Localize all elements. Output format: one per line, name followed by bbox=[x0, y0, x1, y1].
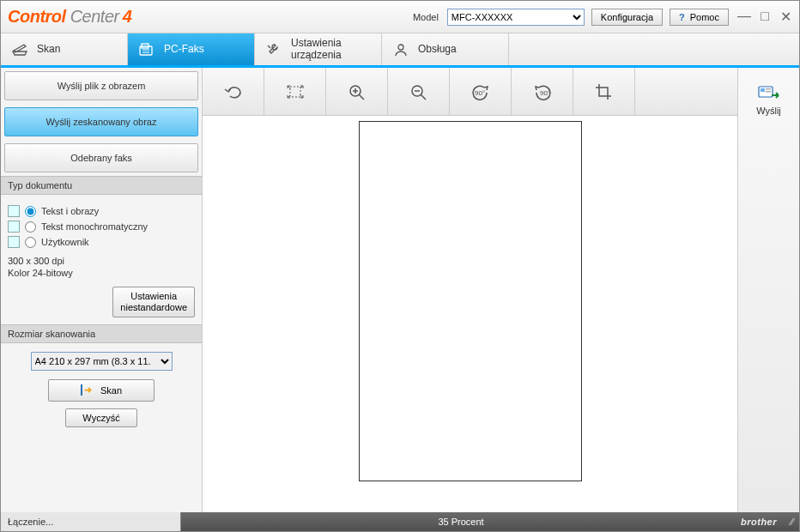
logo-brand-1: Control bbox=[8, 7, 66, 26]
help-button[interactable]: ? Pomoc bbox=[670, 9, 729, 26]
tab-device-settings-label: Ustawienia urządzenia bbox=[291, 38, 342, 60]
rotate-ccw-button[interactable]: 90° bbox=[450, 68, 512, 115]
svg-rect-17 bbox=[766, 88, 771, 90]
send-button-label: Wyślij bbox=[756, 106, 781, 116]
svg-line-7 bbox=[359, 94, 364, 100]
main-tabs: Skan PC-Faks Ustawienia urządzenia Obsłu… bbox=[1, 33, 799, 68]
scan-button[interactable]: ➜ Skan bbox=[48, 379, 155, 402]
doctype-mono-label: Tekst monochromatyczny bbox=[41, 221, 148, 232]
svg-text:90°: 90° bbox=[475, 89, 485, 97]
mode-received-fax[interactable]: Odebrany faks bbox=[4, 143, 198, 172]
document-type-options: Tekst i obrazy Tekst monochromatyczny Uż… bbox=[1, 195, 202, 255]
sidebar: Wyślij plik z obrazem Wyślij zeskanowany… bbox=[1, 68, 203, 512]
scanner-icon bbox=[11, 42, 28, 57]
crop-button[interactable] bbox=[573, 68, 635, 115]
clear-button[interactable]: Wyczyść bbox=[65, 408, 137, 427]
svg-rect-16 bbox=[761, 88, 765, 92]
svg-text:90°: 90° bbox=[540, 89, 550, 97]
doc-icon bbox=[8, 236, 20, 248]
rotate-cw-button[interactable]: 90° bbox=[512, 68, 573, 115]
tab-skan[interactable]: Skan bbox=[1, 33, 128, 65]
resolution-text: 300 x 300 dpi bbox=[8, 255, 195, 267]
preview-area[interactable] bbox=[203, 116, 737, 512]
app-window: Control Center4 Model MFC-XXXXXX Konfigu… bbox=[0, 0, 800, 532]
model-select[interactable]: MFC-XXXXXX bbox=[447, 9, 585, 26]
minimize-button[interactable]: — bbox=[737, 9, 751, 25]
tab-support-label: Obsługa bbox=[418, 44, 457, 55]
color-depth-text: Kolor 24-bitowy bbox=[8, 267, 195, 279]
radio-mono[interactable] bbox=[25, 221, 36, 233]
brand-logo: brother bbox=[741, 517, 777, 527]
fit-screen-button[interactable] bbox=[264, 68, 326, 115]
scan-arrow-icon: ➜ bbox=[81, 384, 92, 396]
section-scan-size: Rozmiar skanowania bbox=[1, 324, 202, 343]
help-label: Pomoc bbox=[690, 12, 719, 22]
resize-grip[interactable]: /// bbox=[784, 512, 799, 531]
preview-toolbar: 90° 90° bbox=[203, 68, 737, 116]
doc-icon bbox=[8, 221, 20, 233]
preview-page[interactable] bbox=[359, 121, 582, 481]
radio-text-images[interactable] bbox=[25, 206, 36, 217]
svg-rect-18 bbox=[766, 91, 771, 93]
scan-size-select[interactable]: A4 210 x 297 mm (8.3 x 11. bbox=[31, 352, 173, 371]
status-left: Łączenie... bbox=[1, 512, 181, 531]
svg-point-4 bbox=[398, 45, 403, 50]
zoom-out-button[interactable] bbox=[388, 68, 450, 115]
logo-brand-2: Center bbox=[66, 7, 119, 26]
right-panel: Wyślij bbox=[737, 68, 799, 512]
tools-icon bbox=[265, 42, 282, 57]
tab-pcfax-label: PC-Faks bbox=[164, 44, 204, 55]
undo-button[interactable] bbox=[203, 68, 264, 115]
mode-send-scanned-image[interactable]: Wyślij zeskanowany obraz bbox=[4, 107, 198, 136]
config-button[interactable]: Konfiguracja bbox=[591, 9, 663, 26]
send-icon bbox=[757, 83, 781, 102]
person-icon bbox=[392, 42, 409, 57]
fax-icon bbox=[138, 42, 155, 57]
svg-rect-5 bbox=[290, 87, 300, 97]
tab-device-settings[interactable]: Ustawienia urządzenia bbox=[255, 33, 382, 65]
tab-support[interactable]: Obsługa bbox=[382, 33, 509, 65]
scan-button-label: Skan bbox=[100, 385, 122, 396]
custom-settings-button[interactable]: Ustawienia niestandardowe bbox=[112, 287, 195, 317]
doctype-mono[interactable]: Tekst monochromatyczny bbox=[8, 221, 195, 233]
close-button[interactable]: ✕ bbox=[779, 9, 792, 25]
status-bar: Łączenie... 35 Procent brother /// bbox=[1, 512, 799, 531]
app-logo: Control Center4 bbox=[8, 7, 131, 27]
tab-pcfax[interactable]: PC-Faks bbox=[128, 33, 255, 65]
doctype-user-label: Użytkownik bbox=[41, 237, 89, 247]
center-panel: 90° 90° bbox=[203, 68, 737, 512]
section-document-type: Typ dokumentu bbox=[1, 176, 202, 195]
doc-icon bbox=[8, 205, 20, 217]
doctype-user[interactable]: Użytkownik bbox=[8, 236, 195, 248]
logo-num: 4 bbox=[123, 7, 132, 26]
tab-skan-label: Skan bbox=[37, 44, 60, 55]
doctype-text-images[interactable]: Tekst i obrazy bbox=[8, 205, 195, 217]
model-label: Model bbox=[413, 12, 439, 22]
titlebar: Control Center4 Model MFC-XXXXXX Konfigu… bbox=[1, 1, 799, 33]
zoom-in-button[interactable] bbox=[326, 68, 388, 115]
svg-line-11 bbox=[421, 94, 426, 100]
main-area: Wyślij plik z obrazem Wyślij zeskanowany… bbox=[1, 68, 799, 512]
doctype-text-images-label: Tekst i obrazy bbox=[41, 206, 99, 216]
maximize-button[interactable]: □ bbox=[758, 9, 772, 25]
scan-size-panel: A4 210 x 297 mm (8.3 x 11. ➜ Skan Wyczyś… bbox=[1, 343, 202, 436]
send-button[interactable]: Wyślij bbox=[743, 75, 795, 124]
status-center: 35 Procent bbox=[181, 517, 741, 527]
help-icon: ? bbox=[679, 12, 685, 22]
window-controls: — □ ✕ bbox=[737, 9, 792, 25]
doc-meta: 300 x 300 dpi Kolor 24-bitowy bbox=[1, 255, 202, 285]
mode-send-image-file[interactable]: Wyślij plik z obrazem bbox=[4, 71, 198, 100]
radio-user[interactable] bbox=[25, 237, 36, 248]
